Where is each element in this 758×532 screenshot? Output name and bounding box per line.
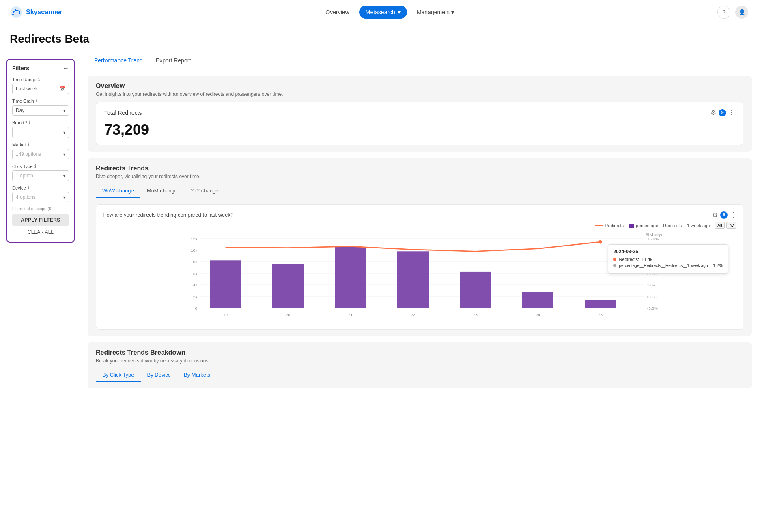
filter-badge: 9 <box>719 109 726 116</box>
chart-filter-badge: 9 <box>720 211 728 219</box>
time-range-select[interactable]: Last week 📅 <box>12 84 69 94</box>
filter-label-time-grain: Time Grain ℹ <box>12 98 69 103</box>
metric-card-actions: ⚙ 9 ⋮ <box>711 109 735 116</box>
chevron-down-icon: ▾ <box>63 174 65 178</box>
trends-title: Redirects Trends <box>96 165 743 172</box>
bar-19 <box>210 260 241 308</box>
tooltip-value-redirects: 11.4k <box>642 257 652 262</box>
chevron-down-icon: ▾ <box>63 108 65 113</box>
trends-description: Dive deeper, visualising your redirects … <box>96 174 743 179</box>
tab-by-device[interactable]: By Device <box>141 368 178 382</box>
bar-21 <box>335 247 366 308</box>
chevron-down-icon: ▾ <box>451 9 454 15</box>
breakdown-title: Redirects Trends Breakdown <box>96 349 743 356</box>
legend-line-icon <box>595 225 603 226</box>
chevron-down-icon: ▾ <box>63 195 65 200</box>
info-icon-time-grain[interactable]: ℹ <box>36 98 37 103</box>
bar-25 <box>585 300 616 308</box>
info-icon-device[interactable]: ℹ <box>28 185 29 190</box>
bar-23 <box>460 272 491 308</box>
nav-metasearch[interactable]: Metasearch ▾ <box>359 6 407 19</box>
logo-icon <box>10 6 23 19</box>
overview-title: Overview <box>96 82 743 90</box>
filter-label-device: Device ℹ <box>12 185 69 190</box>
svg-text:8k: 8k <box>193 260 198 264</box>
legend-toggle-nv[interactable]: nv <box>726 222 736 229</box>
page-title: Redirects Beta <box>10 32 748 45</box>
tooltip-dot-redirects <box>613 258 616 261</box>
filter-group-click-type: Click Type ℹ 1 option ▾ <box>12 164 69 181</box>
navbar-links: Overview Metasearch ▾ Management ▾ <box>319 6 461 19</box>
svg-text:15.0%: 15.0% <box>647 237 659 241</box>
apply-filters-button[interactable]: APPLY FILTERS <box>12 214 69 226</box>
trend-tabs: WoW change MoM change YoY change <box>96 184 743 198</box>
nav-management[interactable]: Management ▾ <box>410 6 461 19</box>
legend-redirects-label: Redirects <box>605 223 624 228</box>
chart-question: How are your redirects trending compared… <box>103 212 233 218</box>
more-options-icon[interactable]: ⋮ <box>728 109 735 116</box>
legend-redirects: Redirects <box>595 223 624 228</box>
legend-pct-redirects: percentage__Redirects__1 week ago <box>629 223 710 228</box>
svg-point-1 <box>12 14 14 15</box>
filters-title: Filters <box>12 65 29 71</box>
navbar-right: ? 👤 <box>717 6 748 19</box>
main-tabs: Performance Trend Export Report <box>88 52 752 69</box>
page-header: Redirects Beta <box>0 24 758 52</box>
tab-by-click-type[interactable]: By Click Type <box>96 368 141 382</box>
svg-text:23: 23 <box>473 312 478 317</box>
collapse-button[interactable]: ← <box>62 65 69 72</box>
chart-tooltip: 2024-03-25 Redirects: 11.4k percentage__… <box>608 244 728 274</box>
svg-text:25: 25 <box>598 312 603 317</box>
tab-mom-change[interactable]: MoM change <box>140 184 184 198</box>
svg-text:19: 19 <box>223 312 228 317</box>
click-type-select[interactable]: 1 option ▾ <box>12 170 69 181</box>
main-content: Performance Trend Export Report Overview… <box>81 52 758 401</box>
svg-text:10k: 10k <box>191 248 197 252</box>
info-icon-market[interactable]: ℹ <box>28 142 29 147</box>
chart-more-icon[interactable]: ⋮ <box>730 211 736 219</box>
chart-actions: ⚙ 9 ⋮ <box>712 211 736 219</box>
info-icon-time-range[interactable]: ℹ <box>38 77 40 82</box>
tooltip-date: 2024-03-25 <box>613 249 723 254</box>
bar-20 <box>272 264 304 308</box>
tooltip-label-redirects: Redirects: <box>619 257 639 262</box>
nav-overview[interactable]: Overview <box>319 6 355 19</box>
chevron-down-icon: ▾ <box>63 130 65 135</box>
tab-wow-change[interactable]: WoW change <box>96 184 140 198</box>
tooltip-row-redirects: Redirects: 11.4k <box>613 257 723 262</box>
help-button[interactable]: ? <box>717 6 730 19</box>
chart-legend: Redirects percentage__Redirects__1 week … <box>103 222 736 229</box>
bar-24 <box>522 292 553 308</box>
tab-export-report[interactable]: Export Report <box>149 52 197 69</box>
sidebar-header: Filters ← <box>12 65 69 72</box>
legend-toggle-all[interactable]: All <box>715 222 725 229</box>
logo[interactable]: Skyscanner <box>10 6 62 19</box>
tooltip-value-pct: -1.2% <box>711 263 723 268</box>
filter-label-market: Market ℹ <box>12 142 69 147</box>
brand-select[interactable]: ▾ <box>12 127 69 138</box>
svg-point-2 <box>15 9 16 11</box>
tab-by-markets[interactable]: By Markets <box>177 368 217 382</box>
device-select[interactable]: 4 options ▾ <box>12 192 69 202</box>
info-icon-brand[interactable]: ℹ <box>29 120 30 125</box>
overview-section: Overview Get insights into your redirect… <box>88 76 752 152</box>
svg-text:6k: 6k <box>193 271 198 276</box>
svg-text:-3.0%: -3.0% <box>647 306 658 310</box>
metric-value: 73,209 <box>104 121 735 138</box>
metric-card-total-redirects: Total Redirects ⚙ 9 ⋮ 73,209 <box>96 102 743 145</box>
chart-header: How are your redirects trending compared… <box>103 211 736 219</box>
clear-all-button[interactable]: CLEAR ALL <box>12 227 69 237</box>
svg-point-0 <box>11 6 22 18</box>
tab-performance-trend[interactable]: Performance Trend <box>88 52 149 69</box>
svg-text:0.0%: 0.0% <box>647 295 657 299</box>
filter-icon[interactable]: ⚙ <box>711 109 716 116</box>
svg-text:12k: 12k <box>191 237 197 241</box>
svg-text:21: 21 <box>348 312 353 317</box>
info-icon-click-type[interactable]: ℹ <box>34 164 36 169</box>
user-button[interactable]: 👤 <box>735 6 748 19</box>
filter-group-market: Market ℹ 149 options ▾ <box>12 142 69 159</box>
time-grain-select[interactable]: Day ▾ <box>12 105 69 116</box>
market-select[interactable]: 149 options ▾ <box>12 149 69 159</box>
chart-filter-icon[interactable]: ⚙ <box>712 211 718 219</box>
tab-yoy-change[interactable]: YoY change <box>184 184 225 198</box>
